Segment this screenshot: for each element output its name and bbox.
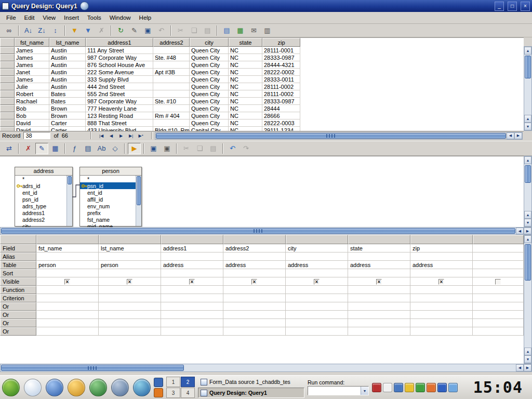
table-cell[interactable]: Austin [49,83,86,90]
row-selector[interactable] [0,76,15,83]
design-column-header[interactable] [473,235,524,244]
design-grid-vscrollbar[interactable] [524,235,532,364]
table-cell[interactable]: Rachael [15,98,49,105]
design-cell[interactable] [473,252,524,261]
field-row-star[interactable]: * [80,176,136,182]
table-cell[interactable]: Queen City [190,112,229,119]
data-to-fields-button[interactable]: ▦ [234,25,247,36]
redo-button[interactable]: ↷ [240,143,252,154]
run-command-input[interactable] [308,386,369,395]
menu-file[interactable]: File [2,13,20,22]
table-cell[interactable]: 28111-0002 [262,83,300,90]
design-cell[interactable] [99,319,161,327]
desktop-1[interactable]: 1 [166,377,180,387]
table-cell[interactable] [153,76,190,83]
alias-button[interactable]: Ab [95,143,108,154]
prev-record-button[interactable]: ◀ [107,132,116,139]
row-selector[interactable] [0,105,15,112]
table-cell[interactable]: Queen City [190,69,229,76]
table-cell[interactable]: NC [229,98,262,105]
table-cell[interactable]: 876 School House Ave [86,61,153,69]
menu-insert[interactable]: Insert [60,13,83,22]
design-cell[interactable] [348,277,410,286]
design-cell[interactable] [99,294,161,302]
design-cell[interactable] [410,294,473,302]
table-cell[interactable]: 888 That Street [86,119,153,127]
scroll-up-icon[interactable] [524,115,531,123]
scroll-thumb[interactable] [156,133,506,139]
scroll-up-icon[interactable] [524,211,531,219]
table-cell[interactable]: 28222-0003 [262,119,300,127]
design-cell[interactable] [223,252,286,261]
design-cell[interactable] [36,319,99,327]
design-column-header[interactable] [286,235,348,244]
copy-button[interactable]: ❏ [193,143,206,154]
design-cell[interactable] [36,269,99,277]
design-cell[interactable] [348,302,410,311]
table-cell[interactable]: NC [229,90,262,98]
design-cell[interactable] [161,319,223,327]
join-line[interactable] [72,183,81,199]
table-cell[interactable]: James [15,47,49,54]
find-record-button[interactable]: ∞ [3,25,16,36]
table-box-scrollbar[interactable] [66,176,72,226]
table-cell[interactable]: Queen City [190,105,229,112]
design-view-toggle-button[interactable]: ✎ [35,143,48,154]
table-cell[interactable]: Queen City [190,98,229,105]
design-cell[interactable] [36,286,99,294]
next-record-button[interactable]: ▶ [117,132,126,139]
scroll-up-icon[interactable] [524,235,531,243]
run-query-button[interactable]: ▶ [128,143,141,154]
scroll-track[interactable] [524,164,531,211]
design-cell[interactable] [161,302,223,311]
design-cell[interactable] [286,286,348,294]
table-cell[interactable]: Austin [49,69,86,76]
clear-query-button[interactable]: ✗ [22,143,35,154]
design-cell[interactable] [348,311,410,319]
design-grid-hscrollbar[interactable] [0,364,532,372]
table-cell[interactable]: Bldg #10, Rm [153,127,190,131]
table-cell[interactable]: 28333-0011 [262,76,300,83]
design-cell[interactable]: address [223,261,286,269]
row-selector[interactable] [0,83,15,90]
menu-window[interactable]: Window [105,13,135,22]
table-cell[interactable]: Queen City [190,54,229,61]
table-cell[interactable]: 333 Supply Blvd [86,76,153,83]
design-cell[interactable] [286,277,348,286]
globe-launcher-icon[interactable] [133,379,151,396]
design-cell[interactable] [223,286,286,294]
design-cell[interactable] [161,294,223,302]
design-cell[interactable] [410,252,473,261]
scroll-down-icon[interactable] [524,355,531,363]
tray-icon-3[interactable] [394,383,403,392]
table-cell[interactable]: Queen City [190,119,229,127]
scroll-thumb[interactable] [1,228,515,234]
table-cell[interactable]: Carter [49,119,86,127]
design-cell[interactable] [99,277,161,286]
scroll-left-icon[interactable] [516,364,524,371]
table-cell[interactable]: Queen City [190,90,229,98]
scroll-up-icon[interactable] [524,348,531,355]
table-cell[interactable]: Brown [49,105,86,112]
field-row-fst_name[interactable]: fst_name [80,216,136,223]
design-cell[interactable] [36,327,99,336]
panel-splitter-scrollbar[interactable] [0,227,532,235]
design-cell[interactable] [410,311,473,319]
design-cell[interactable] [99,269,161,277]
design-cell[interactable] [286,319,348,327]
design-column-header[interactable] [36,235,99,244]
design-cell[interactable] [36,277,99,286]
design-cell[interactable]: person [36,261,99,269]
column-header-address2[interactable]: address2 [153,38,190,47]
field-row-ent_id[interactable]: ent_id [80,189,136,196]
refresh-button[interactable]: ↻ [114,25,127,36]
konqueror-launcher-icon[interactable] [46,379,63,396]
design-cell[interactable] [36,311,99,319]
table-cell[interactable]: Carter [49,127,86,131]
table-name-button[interactable]: ▤ [82,143,95,154]
add-table-button[interactable]: ▦ [49,143,62,154]
table-cell[interactable] [153,105,190,112]
scroll-up-icon[interactable] [524,47,531,55]
design-cell[interactable] [223,327,286,336]
design-cell[interactable] [223,277,286,286]
